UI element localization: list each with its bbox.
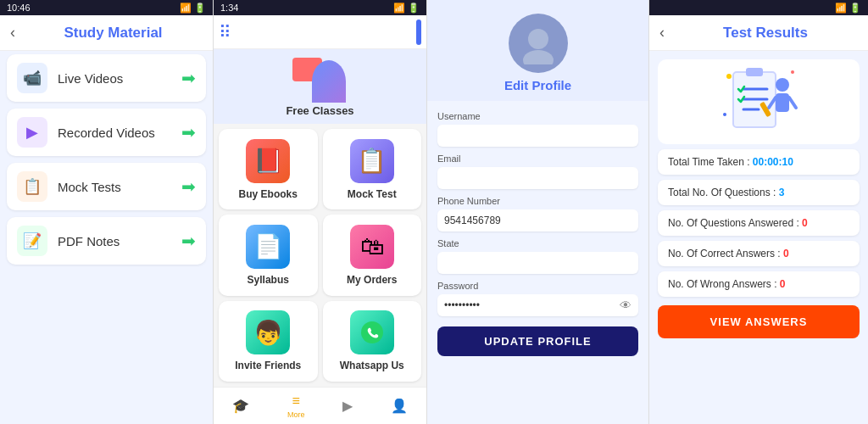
- grid-item-buy-ebooks[interactable]: 📕 Buy Ebooks: [219, 129, 318, 209]
- password-input[interactable]: [437, 294, 638, 316]
- menu-grid: 📕 Buy Ebooks 📋 Mock Test 📄 Syllabus 🛍 My…: [214, 124, 426, 387]
- status-icons-2: 📶 🔋: [393, 3, 420, 14]
- buy-ebooks-icon: 📕: [246, 139, 290, 183]
- svg-point-2: [523, 50, 554, 64]
- result-time-label: Total Time Taken :: [668, 156, 750, 168]
- pdf-notes-icon: 📝: [17, 226, 47, 256]
- nav-profile-small[interactable]: 👤: [391, 398, 408, 414]
- svg-point-0: [361, 321, 383, 343]
- syllabus-label: Syllabus: [248, 274, 289, 286]
- nav-more-icon: ≡: [292, 393, 299, 409]
- grid-dots-icon: ⠿: [219, 22, 231, 42]
- result-total-questions: Total No. Of Questions : 3: [658, 180, 860, 205]
- password-field-wrapper: 👁: [437, 294, 638, 316]
- grid-item-syllabus[interactable]: 📄 Syllabus: [219, 215, 318, 295]
- result-wrong-label: No. Of Wrong Answers :: [668, 278, 777, 290]
- svg-rect-9: [776, 93, 789, 112]
- state-input[interactable]: [437, 252, 638, 274]
- pdf-notes-arrow: ➡: [181, 231, 196, 251]
- my-orders-label: My Orders: [347, 274, 397, 286]
- panel1-header: ‹ Study Material: [0, 15, 213, 51]
- update-profile-button[interactable]: UPDATE PROFILE: [437, 326, 638, 356]
- nav-videos-icon: ▶: [342, 398, 353, 414]
- result-total-q-value: 3: [779, 187, 785, 198]
- panel-menu-grid: 1:34 📶 🔋 ⠿ Free Classes 📕 Buy Ebooks 📋 M…: [214, 0, 427, 424]
- back-button-1[interactable]: ‹: [10, 24, 15, 42]
- panel4-header: ‹ Test Results: [649, 15, 868, 51]
- whatsapp-us-icon: [350, 310, 394, 354]
- nav-more-label: More: [287, 410, 305, 419]
- recorded-videos-label: Recorded Videos: [58, 126, 171, 140]
- whatsapp-us-label: Whatsapp Us: [340, 360, 404, 371]
- bottom-nav: 🎓 ≡ More ▶ 👤: [214, 387, 426, 424]
- grid-item-whatsapp-us[interactable]: Whatsapp Us: [323, 301, 422, 382]
- grid-item-invite-friends[interactable]: 👦 Invite Friends: [219, 301, 318, 382]
- recorded-videos-arrow: ➡: [181, 122, 196, 142]
- status-icons-4: 📶 🔋: [835, 3, 861, 14]
- free-classes-label: Free Classes: [286, 104, 353, 117]
- result-illustration: [658, 59, 860, 144]
- nav-profile-icon-small: 👤: [391, 398, 408, 414]
- result-time-value: 00:00:10: [753, 156, 793, 168]
- edit-profile-title: Edit Profile: [504, 78, 571, 92]
- svg-point-15: [723, 113, 726, 116]
- avatar: [509, 14, 568, 73]
- toggle-password-icon[interactable]: 👁: [620, 298, 632, 312]
- email-label: Email: [437, 153, 638, 164]
- result-correct: No. Of Correct Answers : 0: [658, 241, 860, 266]
- menu-item-live-videos[interactable]: 📹 Live Videos ➡: [7, 54, 206, 102]
- view-answers-button[interactable]: VIEW ANSWERS: [658, 305, 860, 338]
- result-correct-label: No. Of Correct Answers :: [668, 248, 781, 259]
- panel-test-results: 📶 🔋 ‹ Test Results: [649, 0, 868, 424]
- state-label: State: [437, 238, 638, 248]
- pdf-notes-label: PDF Notes: [58, 234, 171, 248]
- back-button-4[interactable]: ‹: [659, 24, 665, 42]
- panel1-title: Study Material: [24, 25, 203, 42]
- panel2-header: ⠿: [214, 15, 426, 49]
- status-time-1: 10:46: [7, 3, 31, 13]
- panel-edit-profile: Edit Profile Username Email Phone Number…: [427, 0, 649, 424]
- panel-study-material: 10:46 📶 🔋 ‹ Study Material 📹 Live Videos…: [0, 0, 214, 424]
- mock-tests-arrow: ➡: [181, 176, 196, 197]
- statusbar-1: 10:46 📶 🔋: [0, 0, 213, 15]
- nav-more[interactable]: ≡ More: [287, 393, 305, 419]
- live-videos-label: Live Videos: [58, 71, 171, 86]
- invite-friends-icon: 👦: [246, 310, 290, 354]
- svg-point-14: [791, 70, 794, 74]
- free-classes-banner[interactable]: Free Classes: [214, 49, 426, 124]
- grid-item-my-orders[interactable]: 🛍 My Orders: [323, 215, 422, 295]
- grid-item-mock-test[interactable]: 📋 Mock Test: [323, 129, 422, 209]
- svg-point-1: [528, 29, 548, 49]
- panel-indicator: [416, 20, 421, 45]
- result-svg: [716, 64, 801, 140]
- password-label: Password: [437, 281, 638, 291]
- menu-item-mock-tests[interactable]: 📋 Mock Tests ➡: [7, 163, 206, 210]
- username-input[interactable]: [437, 125, 638, 147]
- mock-test-label: Mock Test: [348, 188, 397, 200]
- result-answered-value: 0: [802, 217, 808, 229]
- email-input[interactable]: [437, 167, 638, 189]
- nav-videos[interactable]: ▶: [342, 398, 353, 414]
- statusbar-4: 📶 🔋: [649, 0, 868, 15]
- result-time: Total Time Taken : 00:00:10: [658, 149, 860, 175]
- svg-point-13: [726, 74, 732, 79]
- status-time-2: 1:34: [220, 3, 238, 13]
- statusbar-2: 1:34 📶 🔋: [214, 0, 426, 15]
- phone-input[interactable]: [437, 209, 638, 232]
- menu-item-recorded-videos[interactable]: ▶ Recorded Videos ➡: [7, 109, 206, 156]
- svg-rect-4: [746, 68, 763, 76]
- menu-item-pdf-notes[interactable]: 📝 PDF Notes ➡: [7, 217, 206, 265]
- nav-home[interactable]: 🎓: [232, 398, 249, 414]
- syllabus-icon: 📄: [246, 225, 290, 269]
- result-correct-value: 0: [783, 248, 789, 259]
- svg-point-8: [776, 78, 789, 92]
- avatar-section: Edit Profile: [427, 0, 648, 101]
- result-total-q-label: Total No. Of Questions :: [668, 187, 776, 198]
- phone-label: Phone Number: [437, 196, 638, 206]
- status-icons-1: 📶 🔋: [180, 3, 206, 14]
- invite-friends-label: Invite Friends: [235, 360, 301, 371]
- test-results-body: Total Time Taken : 00:00:10 Total No. Of…: [649, 51, 868, 424]
- free-classes-image: [291, 56, 350, 103]
- profile-form: Username Email Phone Number State Passwo…: [427, 101, 648, 424]
- result-answered-label: No. Of Questions Answered :: [668, 217, 799, 229]
